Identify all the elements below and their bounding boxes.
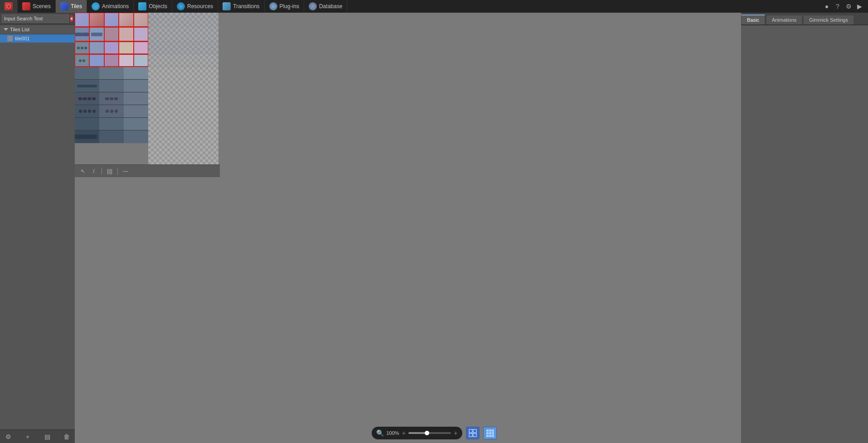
tile-item-icon [7,36,13,41]
help-icon[interactable]: ? [834,2,842,10]
svg-rect-1 [473,429,476,433]
sprite-cell [134,27,148,41]
search-clear-button[interactable]: × [70,15,73,22]
sprite-cell [89,27,104,41]
arrow-tool-button[interactable]: ↖ [78,167,87,176]
minus-tool-button[interactable]: — [121,167,130,176]
sprite-cell [124,130,148,143]
sprite-cell [134,13,148,27]
expand-triangle-icon [4,28,8,31]
settings-icon[interactable]: ⚙ [844,2,853,10]
zoom-slider[interactable] [408,432,451,434]
sprite-cell [124,67,148,79]
tile-item-label: tile001 [15,36,29,41]
grid-view-icon [469,429,477,437]
circle-icon[interactable]: ● [823,2,831,10]
sprite-cell [104,27,119,41]
sprite-cell [99,105,124,117]
tiles-list: tile001 [0,34,75,429]
tile-view-button[interactable] [483,427,497,439]
sprite-cell [75,27,89,41]
search-input[interactable] [2,14,69,23]
main-canvas: ↖ / |||| — [75,13,741,443]
zoom-plus-icon: + [454,429,457,437]
vertical-lines-tool-button[interactable]: |||| [105,167,114,176]
tab-animations[interactable]: Animations [766,15,802,24]
tile-display: ↖ / |||| — [75,13,193,167]
menu-tab-scenes[interactable]: Scenes [18,0,56,13]
sprite-cell [75,105,99,117]
sprite-cell [124,80,148,92]
toolbar-divider [117,168,118,175]
menu-tab-database[interactable]: Database [304,0,347,13]
expand-icon[interactable]: ▶ [855,2,863,10]
sprite-row [75,67,148,80]
animations-icon [92,2,100,10]
bottom-toolbar: 🔍 100% + + [372,427,497,439]
tab-gimmick-settings[interactable]: Gimmick Settings [803,15,854,24]
sprite-cell [99,118,124,130]
svg-rect-3 [473,433,476,437]
svg-rect-8 [489,432,491,434]
tab-basic[interactable]: Basic [741,14,765,24]
left-panel: × Tiles List tile001 ⚙ + ▤ 🗑 [0,13,75,443]
menu-tab-objects[interactable]: Objects [134,0,172,13]
sprite-row [75,42,148,54]
sprite-cell [124,92,148,105]
menu-tab-animations[interactable]: Animations [87,0,134,13]
resources-icon [177,2,185,10]
sprite-cell [104,13,119,27]
right-panel: Basic Animations Gimmick Settings [741,13,868,443]
sprite-cell [99,80,124,92]
menu-tab-tiles[interactable]: Tiles [56,0,87,13]
menu-tab-resources[interactable]: Resources [172,0,218,13]
sprite-cell [124,118,148,130]
sprite-cell [89,42,104,54]
sprite-cell [99,67,124,79]
checker-panel [148,13,218,164]
right-panel-tabs: Basic Animations Gimmick Settings [741,13,868,25]
delete-tile-button[interactable]: 🗑 [62,432,71,441]
objects-icon [138,2,146,10]
sprite-cell [104,42,119,54]
sprite-cell [104,54,119,67]
svg-rect-5 [489,429,491,432]
sprite-row [75,54,148,67]
sprite-row [75,13,148,27]
menu-right-icons: ● ? ⚙ ▶ [823,2,868,10]
sprite-row [75,130,148,143]
sprite-cell [75,92,99,105]
tiles-list-label: Tiles List [10,27,29,32]
sprite-cell [124,105,148,117]
sprite-row [75,27,148,42]
top-menubar: ⬡ Scenes Tiles Animations Objects Resour… [0,0,868,13]
grid-bottom-icon[interactable]: ▤ [43,432,52,441]
logo-icon: ⬡ [5,2,13,10]
pen-tool-button[interactable]: / [89,167,98,176]
app-logo[interactable]: ⬡ [0,0,18,13]
zoom-percent-label: 100% [387,430,399,436]
sprite-row [75,118,148,130]
sprite-cell [119,13,133,27]
sprite-cell [89,13,104,27]
database-icon [309,2,317,10]
grid-view-button[interactable] [466,427,480,439]
menu-tab-transitions[interactable]: Transitions [218,0,264,13]
add-tile-button[interactable]: + [23,432,32,441]
sprite-cell [75,42,89,54]
sprite-cell [119,42,133,54]
sprite-row [75,105,148,118]
settings-bottom-icon[interactable]: ⚙ [4,432,13,441]
sprite-cell [75,67,99,79]
sprite-cell [75,130,99,143]
zoom-slider-thumb [425,431,429,435]
sprite-row [75,92,148,105]
svg-rect-12 [492,435,494,437]
transparent-overlay [148,13,218,164]
sprite-cell [99,92,124,105]
menu-tab-plugins[interactable]: Plug-ins [265,0,304,13]
tile-view-icon [486,429,494,437]
tile-list-item[interactable]: tile001 [0,34,75,43]
zoom-search-icon: 🔍 [376,429,384,437]
sprite-cell [119,27,133,41]
